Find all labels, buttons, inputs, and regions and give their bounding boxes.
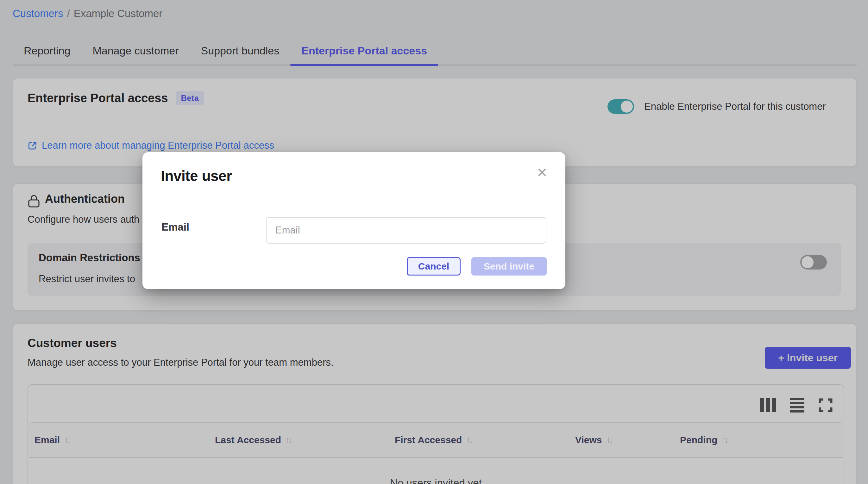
email-field[interactable]: [266, 217, 547, 244]
page: Customers/Example Customer Reporting Man…: [0, 0, 868, 484]
email-label: Email: [161, 221, 189, 233]
close-icon[interactable]: ✕: [536, 166, 548, 180]
modal-title: Invite user: [161, 167, 232, 185]
cancel-button[interactable]: Cancel: [407, 257, 461, 276]
invite-user-modal: Invite user ✕ Email Cancel Send invite: [143, 152, 565, 289]
send-invite-button[interactable]: Send invite: [471, 257, 547, 276]
